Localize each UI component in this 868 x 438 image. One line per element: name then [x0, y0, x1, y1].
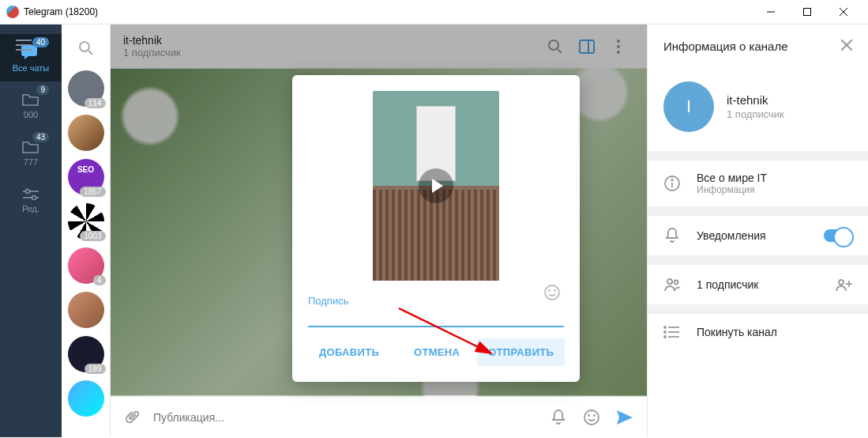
- svg-point-27: [839, 280, 844, 285]
- info-panel: Информация о канале I it-tehnik 1 подпис…: [647, 25, 868, 437]
- people-icon: [663, 276, 681, 293]
- caption-label: Подпись: [308, 295, 564, 307]
- channel-avatar[interactable]: I: [663, 81, 714, 132]
- silent-button[interactable]: [546, 405, 571, 430]
- svg-point-24: [671, 179, 673, 181]
- info-icon: [663, 175, 681, 192]
- cancel-button[interactable]: ОТМЕНА: [403, 338, 471, 366]
- svg-line-9: [88, 51, 92, 55]
- app-logo-icon: [6, 6, 19, 18]
- folder-sidebar: 40 Все чаты 9 000 43 777 Ред.: [0, 25, 62, 437]
- svg-point-8: [80, 42, 89, 51]
- svg-point-41: [554, 290, 555, 291]
- send-button[interactable]: [612, 405, 637, 430]
- folder-000[interactable]: 9 000: [0, 81, 62, 129]
- emoji-button[interactable]: [579, 405, 604, 430]
- caption-emoji-button[interactable]: [543, 284, 561, 304]
- svg-point-25: [667, 279, 672, 284]
- divider: [648, 151, 868, 160]
- channel-description-row[interactable]: Все о мире ITИнформация: [648, 160, 868, 206]
- svg-point-19: [594, 415, 595, 416]
- send-media-modal: Подпись ДОБАВИТЬ ОТМЕНА ОТПРАВИТЬ: [292, 75, 580, 382]
- search-button[interactable]: [72, 34, 100, 62]
- folder-edit[interactable]: Ред.: [0, 176, 62, 224]
- smile-icon: [583, 409, 600, 426]
- svg-point-34: [664, 331, 666, 333]
- svg-point-26: [674, 281, 678, 285]
- bell-icon: [663, 227, 681, 244]
- caption-input[interactable]: [308, 326, 564, 327]
- bell-icon: [550, 409, 566, 426]
- chat-avatar[interactable]: 1003: [68, 203, 104, 240]
- search-icon: [78, 40, 94, 56]
- notifications-toggle[interactable]: [824, 229, 852, 242]
- folder-777[interactable]: 43 777: [0, 129, 62, 176]
- chat-avatar[interactable]: 4: [68, 247, 104, 284]
- add-button[interactable]: ДОБАВИТЬ: [308, 338, 390, 366]
- message-input-bar: [111, 396, 647, 437]
- minimize-button[interactable]: [753, 0, 789, 25]
- video-preview[interactable]: [373, 91, 499, 281]
- preview-content: [373, 190, 499, 281]
- members-row[interactable]: 1 подписчик: [648, 265, 868, 304]
- channel-profile: I it-tehnik 1 подписчик: [648, 69, 868, 151]
- channel-name: it-tehnik: [727, 93, 784, 107]
- leave-channel-row[interactable]: Покинуть канал: [648, 314, 868, 350]
- hamburger-icon: [16, 40, 32, 51]
- svg-point-18: [588, 415, 589, 416]
- info-close-button[interactable]: [841, 40, 852, 54]
- svg-point-17: [584, 410, 599, 425]
- svg-rect-1: [804, 9, 811, 16]
- close-button[interactable]: [825, 0, 862, 25]
- maximize-button[interactable]: [789, 0, 825, 25]
- svg-point-35: [664, 336, 666, 338]
- chat-avatar[interactable]: [68, 292, 104, 328]
- smile-icon: [543, 284, 561, 301]
- svg-point-39: [545, 285, 559, 300]
- info-panel-title: Информация о канале: [663, 40, 787, 53]
- send-icon: [615, 409, 634, 426]
- menu-button[interactable]: [16, 40, 32, 54]
- svg-point-6: [26, 189, 30, 193]
- send-button[interactable]: ОТПРАВИТЬ: [477, 338, 565, 366]
- notifications-row[interactable]: Уведомления: [648, 216, 868, 255]
- svg-point-33: [664, 327, 666, 328]
- paperclip-icon: [124, 409, 141, 426]
- add-user-icon: [835, 278, 852, 292]
- chat-avatar[interactable]: [68, 380, 104, 417]
- window-titlebar: Telegram (18200): [0, 0, 868, 25]
- chat-avatar[interactable]: 189: [68, 336, 104, 372]
- divider: [648, 304, 868, 314]
- play-icon: [419, 168, 453, 203]
- attach-button[interactable]: [120, 405, 145, 430]
- settings-sliders-icon: [21, 187, 40, 202]
- svg-point-40: [549, 290, 550, 291]
- divider: [648, 255, 868, 265]
- list-icon: [663, 325, 681, 339]
- divider: [648, 206, 868, 216]
- svg-point-7: [32, 195, 36, 199]
- window-title: Telegram (18200): [24, 6, 98, 17]
- close-icon: [841, 40, 852, 51]
- channel-subscribers: 1 подписчик: [727, 108, 784, 120]
